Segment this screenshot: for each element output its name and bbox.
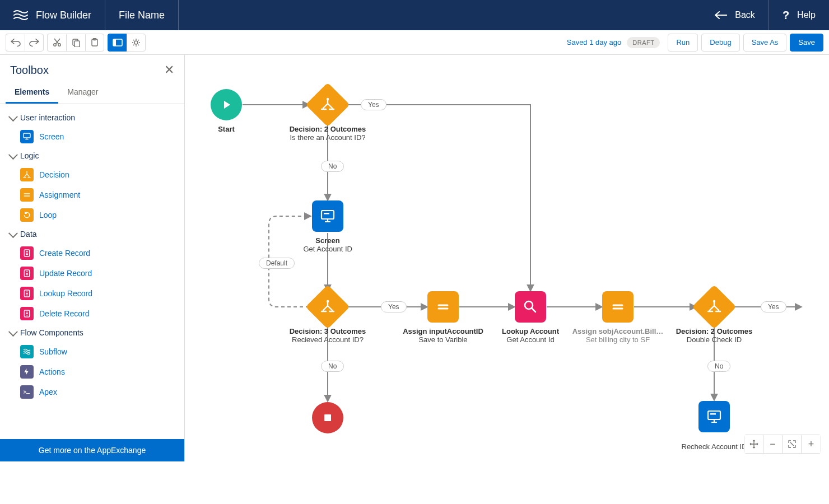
node-screen-1[interactable]: Screen Get Account ID [304, 200, 352, 253]
toolbox-item-label: Screen [39, 132, 64, 141]
copy-icon [72, 38, 81, 47]
paste-button[interactable] [85, 34, 104, 52]
toolbox-item-label: Loop [39, 211, 57, 220]
toolbox-group[interactable]: User interaction [6, 109, 179, 127]
panel-icon [113, 39, 123, 46]
edge-label-no: No [321, 161, 344, 172]
svg-rect-16 [324, 213, 329, 214]
close-toolbox-button[interactable]: ✕ [164, 63, 174, 77]
node-start[interactable]: Start [211, 89, 242, 133]
back-arrow-icon [715, 11, 727, 19]
search-icon [522, 298, 539, 315]
toolbox-item[interactable]: Apex [6, 382, 179, 402]
node-lookup[interactable]: Lookup Account Get Account Id [502, 291, 559, 344]
undo-button[interactable] [6, 34, 25, 52]
node-decision-3[interactable]: Decision: 2 Outcomes Double Check ID [676, 291, 753, 344]
action-icon [20, 365, 34, 379]
assign-icon [611, 300, 625, 314]
minus-icon: − [770, 438, 776, 450]
run-button[interactable]: Run [668, 34, 698, 52]
copy-button[interactable] [66, 34, 85, 52]
edge-label-default: Default [259, 258, 295, 269]
edge-label-yes: Yes [361, 99, 386, 110]
fit-button[interactable] [783, 435, 802, 453]
edge-label-no: No [707, 361, 730, 372]
redo-icon [29, 38, 39, 47]
debug-button[interactable]: Debug [701, 34, 739, 52]
save-button[interactable]: Save [790, 34, 823, 52]
assign-icon [20, 188, 34, 202]
svg-rect-21 [708, 411, 720, 419]
toolbox-item[interactable]: Lookup Record [6, 283, 179, 304]
toolbox-item-label: Actions [39, 367, 65, 376]
cut-button[interactable] [47, 34, 66, 52]
pan-button[interactable] [744, 435, 763, 453]
svg-point-17 [327, 300, 329, 302]
loop-icon [20, 208, 34, 222]
save-as-button[interactable]: Save As [743, 34, 787, 52]
svg-point-14 [327, 98, 329, 100]
app-brand: Flow Builder [0, 0, 105, 30]
node-decision-1[interactable]: Decision: 2 Outcomes Is there an Account… [290, 89, 366, 142]
svg-rect-7 [113, 39, 116, 46]
toolbox-item[interactable]: Decision [6, 165, 179, 185]
tab-elements[interactable]: Elements [6, 81, 58, 104]
record-icon [20, 246, 34, 260]
node-decision-2[interactable]: Decision: 3 Outcomes Recieved Account ID… [290, 291, 366, 344]
record-icon [20, 287, 34, 300]
record-icon [20, 267, 34, 280]
toolbox-item-label: Lookup Record [39, 289, 92, 298]
flow-canvas[interactable]: Start Decision: 2 Outcomes Is there an A… [185, 55, 829, 461]
decision-icon [320, 97, 336, 113]
toolbox-item[interactable]: Screen [6, 127, 179, 147]
decision-icon [706, 299, 722, 315]
toolbox-item[interactable]: Loop [6, 205, 179, 225]
toolbox-item-label: Update Record [39, 269, 92, 278]
toolbox-item-label: Create Record [39, 249, 90, 258]
edge-label-yes: Yes [761, 301, 786, 312]
play-icon [220, 99, 232, 111]
toolbox-group[interactable]: Data [6, 225, 179, 243]
subflow-icon [20, 345, 34, 358]
zoom-in-button[interactable]: + [802, 435, 821, 453]
svg-point-20 [713, 300, 715, 302]
properties-button[interactable] [127, 34, 146, 52]
toolbox-group[interactable]: Logic [6, 147, 179, 165]
node-assign-1[interactable]: Assign inputAccountID Save to Varible [403, 291, 483, 344]
flow-logo-icon [13, 9, 28, 21]
toolbox-item[interactable]: Subflow [6, 342, 179, 362]
fit-icon [788, 440, 796, 448]
screen-icon [319, 208, 336, 225]
redo-button[interactable] [25, 34, 44, 52]
plus-icon: + [808, 438, 814, 450]
toolbox-item-label: Assignment [39, 190, 80, 199]
node-screen-2[interactable]: Recheck Account ID [682, 401, 747, 451]
decision-icon [320, 299, 336, 315]
back-button[interactable]: Back [701, 0, 769, 30]
assign-icon [436, 300, 450, 314]
apex-icon [20, 385, 34, 399]
tab-manager[interactable]: Manager [58, 81, 107, 104]
toolbox-item[interactable]: Update Record [6, 263, 179, 283]
toolbox-title: Toolbox [10, 64, 49, 77]
toolbox-item[interactable]: Delete Record [6, 304, 179, 324]
help-button[interactable]: ? Help [769, 0, 829, 30]
draft-badge: DRAFT [627, 37, 660, 48]
toolbox-item-label: Apex [39, 388, 57, 396]
node-stop[interactable] [312, 402, 343, 433]
zoom-out-button[interactable]: − [763, 435, 783, 453]
app-exchange-link[interactable]: Get more on the AppExchange [0, 439, 184, 461]
toolbox-group[interactable]: Flow Components [6, 324, 179, 342]
svg-rect-22 [710, 413, 716, 415]
close-icon: ✕ [164, 63, 174, 77]
toolbox-item[interactable]: Assignment [6, 185, 179, 205]
toolbox-item[interactable]: Actions [6, 362, 179, 382]
move-icon [749, 440, 758, 449]
gear-icon [132, 38, 141, 47]
toggle-toolbox-button[interactable] [108, 34, 127, 52]
svg-rect-9 [24, 133, 30, 138]
undo-icon [11, 38, 21, 47]
toolbox-item[interactable]: Create Record [6, 243, 179, 263]
node-assign-2[interactable]: Assign sobjAccount.Bill… Set billing cit… [572, 291, 664, 344]
record-icon [20, 307, 34, 320]
